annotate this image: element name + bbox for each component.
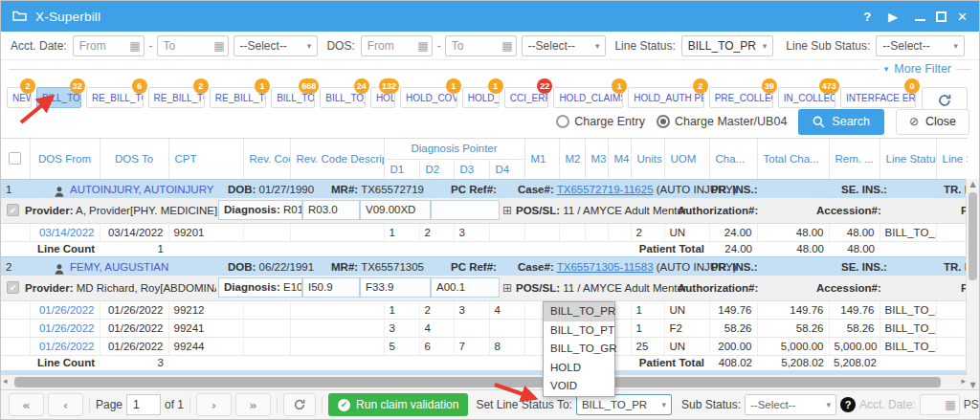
line-status-cell[interactable]: BILL_TO_... [880, 223, 936, 241]
tab-re-bill-to-tr[interactable]: RE_BILL_TO_TR1 [210, 87, 266, 108]
tab-re-bill-to-se[interactable]: RE_BILL_TO_SE2 [148, 87, 205, 108]
acct-date-from-field[interactable]: ▦ [73, 35, 145, 56]
page-number-input[interactable] [126, 394, 161, 415]
patient-name-link[interactable]: AUTOINJURY, AUTOINJURY [70, 180, 213, 199]
vertical-scroll-thumb[interactable] [969, 192, 977, 280]
dos-to-field[interactable]: ▦ [445, 35, 517, 56]
tab-hold-claims-test[interactable]: HOLD_CLAIMS TEST1 [553, 87, 623, 108]
diagnosis-box[interactable]: V09.00XD [360, 200, 431, 220]
tab-bill-to-pr[interactable]: BILL_TO_PR32 [36, 87, 81, 108]
dropdown-option-hold[interactable]: HOLD [544, 359, 614, 378]
help-icon[interactable]: ? [840, 397, 856, 412]
col-rev-code-description[interactable]: Rev. Code Description [290, 139, 384, 179]
maximize-icon[interactable] [936, 11, 947, 22]
tab-hold[interactable]: HOLD132 [370, 87, 395, 108]
tab-hold-su[interactable]: HOLD_SU1 [462, 87, 500, 108]
col-d2[interactable]: D2 [419, 159, 454, 179]
expand-diagnosis-icon[interactable]: ⊞ [502, 281, 512, 295]
tab-bill-to-pt[interactable]: BILL_TO_PT668 [271, 87, 315, 108]
dos-from-link[interactable]: 01/26/2022 [30, 319, 100, 337]
diagnosis-box[interactable]: F33.9 [360, 277, 431, 298]
dropdown-option-bill-to-pt[interactable]: BILL_TO_PT [544, 321, 614, 341]
run-claim-validation-button[interactable]: ✔ Run claim validation [328, 393, 468, 416]
charge-line-row[interactable]: 01/26/2022 01/26/2022 99241 3 4 1 F2 58.… [1, 319, 968, 337]
tab-new[interactable]: NEW2 [7, 87, 32, 108]
col-total-cha[interactable]: Total Cha... [757, 139, 829, 179]
acct-date-preset-select[interactable]: --Select-- ▾ [234, 35, 319, 56]
charge-line-row[interactable]: 01/26/2022 01/26/2022 99212 1 2 3 4 1 UN… [1, 300, 968, 319]
tab-hold-covid-19[interactable]: HOLD_COVID 191 [400, 87, 457, 108]
col-d3[interactable]: D3 [454, 159, 489, 179]
charge-line-row[interactable]: 03/14/2022 03/14/2022 99201 1 2 3 2 UN 2… [1, 223, 968, 241]
calendar-icon[interactable]: ▦ [213, 39, 224, 53]
close-button[interactable]: ⊘ Close [896, 109, 969, 135]
dropdown-option-void[interactable]: VOID [544, 377, 614, 396]
col-m4[interactable]: M4 [608, 139, 631, 179]
col-line-status[interactable]: Line Status [880, 139, 936, 179]
sub-status-select[interactable]: --Select-- ▾ [745, 394, 836, 415]
scroll-up-icon[interactable]: ▲ [967, 180, 979, 188]
tab-re-bill-to-pr[interactable]: RE_BILL_TO_PR6 [86, 87, 144, 108]
set-line-status-select[interactable]: BILL_TO_PR ▾ [576, 394, 672, 415]
tab-in-collection[interactable]: IN_COLLECTION473 [778, 87, 835, 108]
col-d4[interactable]: D4 [489, 159, 524, 179]
charge-entry-radio[interactable]: Charge Entry [556, 115, 645, 128]
help-icon[interactable]: ? [863, 10, 871, 24]
next-page-button[interactable]: › [196, 393, 232, 416]
play-icon[interactable]: ▶ [888, 10, 898, 24]
col-m3[interactable]: M3 [585, 139, 608, 179]
tab-pre-collection[interactable]: PRE_COLLECTION39 [709, 87, 773, 108]
refresh-grid-button[interactable] [283, 393, 316, 416]
charge-master-radio[interactable]: Charge Master/UB04 [657, 115, 787, 128]
prev-page-button[interactable]: ‹ [48, 393, 83, 416]
horizontal-scroll-thumb[interactable] [14, 377, 941, 387]
col-rev-code[interactable]: Rev. Code [243, 139, 290, 179]
col-units[interactable]: Units [631, 139, 664, 179]
line-sub-status-select[interactable]: --Select-- ▾ [876, 35, 965, 56]
last-page-button[interactable]: » [235, 393, 271, 416]
patient-name-link[interactable]: FEMY, AUGUSTIAN [70, 257, 168, 276]
dos-preset-select[interactable]: --Select-- ▾ [522, 35, 607, 56]
minimize-icon[interactable] [915, 19, 925, 21]
diagnosis-box[interactable]: Diagnosis: R01.1 [218, 200, 302, 220]
search-button[interactable]: Search [798, 109, 884, 135]
col-d1[interactable]: D1 [384, 159, 419, 179]
dos-from-link[interactable]: 01/26/2022 [30, 300, 100, 319]
diagnosis-box[interactable]: I50.9 [302, 277, 360, 298]
charge-line-row[interactable]: 01/26/2022 01/26/2022 99244 5 6 7 8 25 U… [1, 337, 968, 355]
horizontal-scrollbar[interactable]: ◂ ▸ [1, 374, 968, 389]
row-checkbox[interactable]: ✔ [7, 204, 19, 216]
calendar-icon[interactable]: ▦ [417, 39, 428, 53]
select-all-checkbox[interactable] [9, 152, 21, 165]
line-status-cell[interactable]: BILL_TO_... [880, 300, 936, 319]
dropdown-option-bill-to-pr[interactable]: BILL_TO_PR [544, 302, 614, 321]
acct-date-to-field[interactable]: ▦ [157, 35, 229, 56]
col-m2[interactable]: M2 [559, 139, 585, 179]
col-line-sub[interactable]: Line Sub [936, 139, 968, 179]
expand-diagnosis-icon[interactable]: ⊞ [502, 204, 512, 217]
line-status-select[interactable]: BILL_TO_PR ▾ [681, 35, 774, 56]
line-status-cell[interactable]: BILL_TO_... [880, 319, 936, 337]
scroll-down-icon[interactable]: ▼ [967, 381, 979, 389]
col-rem[interactable]: Rem. ... [829, 139, 880, 179]
calendar-icon[interactable]: ▦ [501, 39, 512, 53]
tab-bill-to-gr[interactable]: BILL_TO_GR24 [320, 87, 366, 108]
tab-cci-error[interactable]: CCI_ERROR22 [504, 87, 549, 108]
col-uom[interactable]: UOM [664, 139, 709, 179]
case-link[interactable]: TX65572719-11625 [557, 184, 654, 195]
diagnosis-box[interactable]: A00.1 [431, 277, 500, 298]
col-dos-to[interactable]: DOS To [100, 139, 168, 179]
diagnosis-box[interactable]: Diagnosis: E10.11 [218, 277, 302, 298]
diagnosis-box[interactable]: R03.0 [302, 200, 360, 220]
more-filter-link[interactable]: ▾ More Filter [884, 62, 951, 76]
diagnosis-box[interactable] [431, 200, 500, 220]
col-dos-from[interactable]: DOS From [30, 139, 100, 179]
dos-from-link[interactable]: 03/14/2022 [30, 223, 100, 241]
close-icon[interactable]: ✕ [957, 10, 968, 24]
col-m1[interactable]: M1 [524, 139, 559, 179]
calendar-icon[interactable]: ▦ [129, 39, 140, 53]
case-link[interactable]: TX65571305-11583 [557, 261, 654, 273]
col-cpt[interactable]: CPT [168, 139, 243, 179]
col-cha[interactable]: Cha... [709, 139, 757, 179]
first-page-button[interactable]: « [9, 393, 44, 416]
